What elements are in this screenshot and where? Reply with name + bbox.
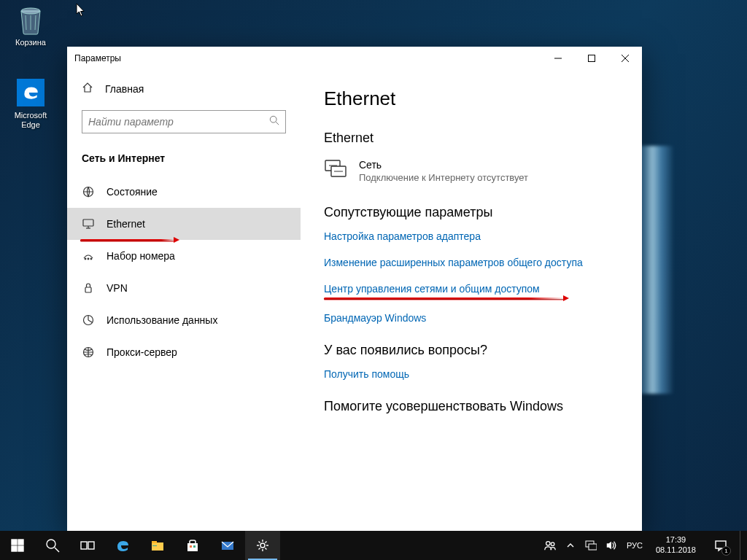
section-related: Сопутствующие параметры xyxy=(324,205,619,220)
home-icon xyxy=(82,82,93,96)
search-input[interactable] xyxy=(88,116,269,128)
language-indicator[interactable]: РУС xyxy=(624,541,646,550)
vpn-icon xyxy=(82,282,95,294)
nav-status[interactable]: Состояние xyxy=(67,176,301,208)
sidebar: Главная Сеть и Интернет Состояние Ethern… xyxy=(67,70,301,531)
nav-dialup[interactable]: Набор номера xyxy=(67,240,301,272)
nav-label: VPN xyxy=(107,282,128,294)
link-help[interactable]: Получить помощь xyxy=(324,368,619,380)
category-header: Сеть и Интернет xyxy=(67,148,301,176)
svg-rect-21 xyxy=(12,540,17,545)
data-usage-icon xyxy=(82,314,95,326)
nav-proxy[interactable]: Прокси-сервер xyxy=(67,336,301,368)
link-sharing[interactable]: Изменение расширенных параметров общего … xyxy=(324,257,619,268)
svg-rect-27 xyxy=(81,542,87,549)
svg-rect-29 xyxy=(152,542,163,551)
window-title: Параметры xyxy=(74,53,541,63)
svg-rect-22 xyxy=(18,540,23,545)
recycle-bin[interactable]: Корзина xyxy=(4,4,57,47)
network-name: Сеть xyxy=(359,159,528,171)
people-icon[interactable] xyxy=(542,531,558,560)
section-ethernet: Ethernet xyxy=(324,131,619,146)
close-button[interactable] xyxy=(608,47,642,70)
start-button[interactable] xyxy=(0,531,35,560)
search-icon xyxy=(269,115,279,128)
svg-point-5 xyxy=(270,116,276,122)
clock-date: 08.11.2018 xyxy=(656,545,696,556)
nav-label: Ethernet xyxy=(107,218,145,230)
svg-rect-14 xyxy=(85,287,91,292)
minimize-button[interactable] xyxy=(541,47,575,70)
svg-line-6 xyxy=(276,122,279,125)
task-view-button[interactable] xyxy=(70,531,105,560)
home-label: Главная xyxy=(105,83,144,95)
recycle-bin-icon xyxy=(15,4,46,35)
titlebar[interactable]: Параметры xyxy=(67,47,642,70)
link-adapter[interactable]: Настройка параметров адаптера xyxy=(324,230,619,242)
taskbar-settings[interactable] xyxy=(245,531,280,560)
network-icon xyxy=(324,159,347,182)
svg-point-25 xyxy=(47,540,55,548)
edge-icon-desktop[interactable]: Microsoft Edge xyxy=(4,77,57,130)
proxy-icon xyxy=(82,346,95,358)
clock-time: 17:39 xyxy=(656,535,696,545)
svg-rect-31 xyxy=(152,545,157,546)
network-tray-icon[interactable] xyxy=(583,531,599,560)
svg-point-12 xyxy=(88,258,89,260)
svg-line-26 xyxy=(55,548,59,552)
edge-icon xyxy=(15,77,46,108)
svg-rect-32 xyxy=(187,543,198,551)
svg-rect-24 xyxy=(18,546,23,551)
page-title: Ethernet xyxy=(324,88,619,110)
recycle-bin-label: Корзина xyxy=(4,38,57,47)
taskbar-mail[interactable] xyxy=(210,531,245,560)
svg-point-11 xyxy=(85,258,86,260)
nav-vpn[interactable]: VPN xyxy=(67,272,301,304)
svg-rect-28 xyxy=(88,542,94,549)
taskbar: РУС 17:39 08.11.2018 1 xyxy=(0,531,747,560)
section-questions: У вас появились вопросы? xyxy=(324,343,619,358)
clock[interactable]: 17:39 08.11.2018 xyxy=(650,535,702,556)
svg-rect-34 xyxy=(193,545,196,548)
svg-point-13 xyxy=(90,258,92,260)
link-firewall[interactable]: Брандмауэр Windows xyxy=(324,312,619,324)
svg-point-36 xyxy=(260,543,265,548)
network-desc: Подключение к Интернету отсутствует xyxy=(359,172,528,183)
search-button[interactable] xyxy=(35,531,70,560)
svg-point-0 xyxy=(21,8,40,14)
nav-data-usage[interactable]: Использование данных xyxy=(67,304,301,336)
dialup-icon xyxy=(82,250,95,262)
maximize-button[interactable] xyxy=(575,47,608,70)
nav-label: Прокси-сервер xyxy=(107,346,177,358)
svg-rect-33 xyxy=(190,545,192,548)
svg-rect-40 xyxy=(589,544,597,550)
system-tray: РУС 17:39 08.11.2018 1 xyxy=(542,531,747,560)
nav-label: Набор номера xyxy=(107,250,175,262)
tray-chevron-up-icon[interactable] xyxy=(562,531,578,560)
svg-rect-23 xyxy=(12,546,17,551)
svg-rect-2 xyxy=(589,55,595,62)
notif-badge: 1 xyxy=(721,546,731,556)
status-icon xyxy=(82,186,95,198)
volume-icon[interactable] xyxy=(603,531,619,560)
svg-point-38 xyxy=(551,542,554,546)
action-center-icon[interactable]: 1 xyxy=(706,531,735,560)
section-feedback: Помогите усовершенствовать Windows xyxy=(324,399,619,414)
svg-rect-8 xyxy=(83,219,93,226)
svg-point-37 xyxy=(546,542,550,545)
network-row[interactable]: Сеть Подключение к Интернету отсутствует xyxy=(324,159,619,183)
taskbar-explorer[interactable] xyxy=(140,531,175,560)
annotation-underline xyxy=(324,298,565,300)
search-box[interactable] xyxy=(82,110,286,133)
ethernet-icon xyxy=(82,218,95,230)
nav-ethernet[interactable]: Ethernet xyxy=(67,208,301,240)
taskbar-edge[interactable] xyxy=(105,531,140,560)
svg-rect-30 xyxy=(152,541,157,543)
show-desktop-button[interactable] xyxy=(740,531,744,560)
edge-label: Microsoft Edge xyxy=(4,111,57,130)
content-pane: Ethernet Ethernet Сеть Подключение к Инт… xyxy=(301,70,642,531)
home-link[interactable]: Главная xyxy=(67,70,301,104)
nav-label: Использование данных xyxy=(107,314,217,326)
taskbar-store[interactable] xyxy=(175,531,210,560)
link-network-center[interactable]: Центр управления сетями и общим доступом xyxy=(324,283,619,295)
